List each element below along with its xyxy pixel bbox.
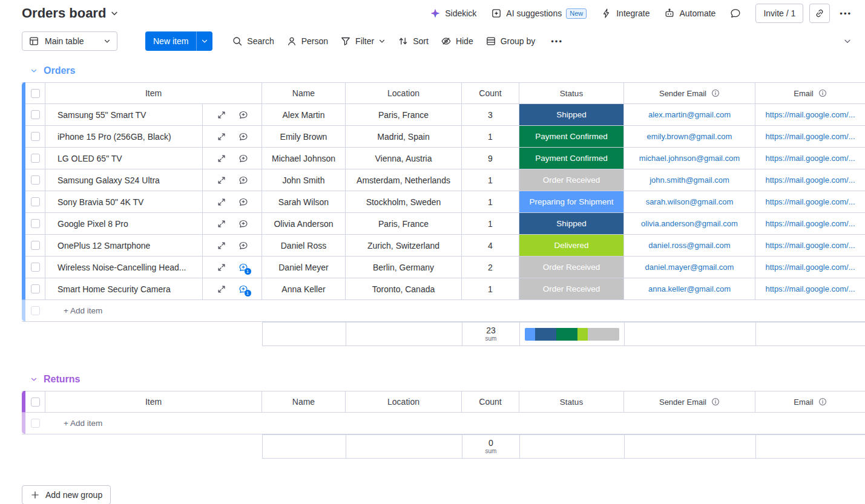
column-header-item[interactable]: Item bbox=[45, 83, 262, 103]
status-cell[interactable]: Shipped bbox=[519, 104, 624, 125]
status-cell[interactable]: Preparing for Shipment bbox=[519, 191, 624, 212]
column-header-location[interactable]: Location bbox=[346, 83, 462, 103]
hide-button[interactable]: Hide bbox=[435, 31, 479, 51]
open-item-icon[interactable] bbox=[217, 284, 226, 294]
column-header-sender-email[interactable]: Sender Email bbox=[624, 83, 755, 103]
name-cell[interactable]: Daniel Ross bbox=[262, 235, 346, 256]
location-cell[interactable]: Vienna, Austria bbox=[346, 148, 462, 169]
column-header-sender-email[interactable]: Sender Email bbox=[624, 391, 755, 412]
open-item-icon[interactable] bbox=[217, 197, 226, 207]
add-item-row[interactable]: + Add item bbox=[22, 413, 865, 434]
info-icon[interactable] bbox=[818, 89, 827, 97]
count-cell[interactable]: 3 bbox=[462, 104, 519, 125]
board-title-menu[interactable]: Orders board bbox=[22, 5, 119, 21]
item-cell[interactable]: Google Pixel 8 Pro bbox=[45, 213, 203, 234]
item-cell[interactable]: Wireless Noise-Cancelling Head... bbox=[45, 257, 203, 278]
sort-button[interactable]: Sort bbox=[392, 31, 435, 51]
info-icon[interactable] bbox=[711, 89, 720, 97]
status-cell[interactable]: Order Received bbox=[519, 169, 624, 191]
updates-icon[interactable]: 1 bbox=[238, 284, 248, 294]
email-link-cell[interactable]: https://mail.google.com/... bbox=[755, 148, 865, 169]
count-cell[interactable]: 4 bbox=[462, 235, 519, 256]
count-cell[interactable]: 1 bbox=[462, 169, 519, 191]
add-update-icon[interactable] bbox=[238, 154, 248, 163]
count-cell[interactable]: 1 bbox=[462, 213, 519, 234]
count-cell[interactable]: 2 bbox=[462, 257, 519, 278]
new-item-button[interactable]: New item bbox=[145, 31, 212, 51]
automate-button[interactable]: Automate bbox=[664, 8, 715, 19]
person-filter-button[interactable]: Person bbox=[280, 31, 334, 51]
updates-icon[interactable]: 1 bbox=[238, 263, 248, 272]
name-cell[interactable]: Michael Johnson bbox=[262, 148, 346, 169]
open-item-icon[interactable] bbox=[217, 110, 226, 120]
open-item-icon[interactable] bbox=[217, 154, 226, 163]
name-cell[interactable]: Olivia Anderson bbox=[262, 213, 346, 234]
status-cell[interactable]: Payment Confirmed bbox=[519, 126, 624, 147]
info-icon[interactable] bbox=[711, 398, 720, 406]
count-cell[interactable]: 1 bbox=[462, 191, 519, 212]
sender-email-cell[interactable]: alex.martin@gmail.com bbox=[624, 104, 755, 125]
name-cell[interactable]: Daniel Meyer bbox=[262, 257, 346, 278]
collapse-group-icon[interactable] bbox=[30, 376, 38, 383]
column-header-email[interactable]: Email bbox=[755, 391, 865, 412]
column-header-email[interactable]: Email bbox=[755, 83, 865, 103]
copy-link-button[interactable] bbox=[809, 4, 830, 23]
discussion-button[interactable] bbox=[730, 8, 741, 19]
sender-email-cell[interactable]: emily.brown@gmail.com bbox=[624, 126, 755, 147]
name-cell[interactable]: Emily Brown bbox=[262, 126, 346, 147]
column-header-name[interactable]: Name bbox=[262, 83, 346, 103]
invite-button[interactable]: Invite / 1 bbox=[755, 4, 803, 23]
item-cell[interactable]: Samsung Galaxy S24 Ultra bbox=[45, 169, 203, 191]
location-cell[interactable]: Amsterdam, Netherlands bbox=[346, 169, 462, 191]
location-cell[interactable]: Paris, France bbox=[346, 213, 462, 234]
email-link-cell[interactable]: https://mail.google.com/... bbox=[755, 169, 865, 191]
sidekick-button[interactable]: Sidekick bbox=[430, 8, 476, 19]
toolbar-more-button[interactable]: ••• bbox=[541, 31, 573, 51]
add-update-icon[interactable] bbox=[238, 241, 248, 250]
add-item-row[interactable]: + Add item bbox=[22, 300, 865, 322]
open-item-icon[interactable] bbox=[217, 175, 226, 185]
search-button[interactable]: Search bbox=[226, 31, 280, 51]
group-by-button[interactable]: Group by bbox=[479, 31, 542, 51]
column-header-count[interactable]: Count bbox=[462, 391, 519, 412]
location-cell[interactable]: Zurich, Switzerland bbox=[346, 235, 462, 256]
location-cell[interactable]: Berlin, Germany bbox=[346, 257, 462, 278]
open-item-icon[interactable] bbox=[217, 219, 226, 229]
status-cell[interactable]: Order Received bbox=[519, 278, 624, 299]
email-link-cell[interactable]: https://mail.google.com/... bbox=[755, 235, 865, 256]
status-distribution-cell[interactable] bbox=[520, 435, 625, 458]
name-cell[interactable]: John Smith bbox=[262, 169, 346, 191]
sender-email-cell[interactable]: sarah.wilson@gmail.com bbox=[624, 191, 755, 212]
item-cell[interactable]: Sony Bravia 50" 4K TV bbox=[45, 191, 203, 212]
column-header-count[interactable]: Count bbox=[462, 83, 519, 103]
name-cell[interactable]: Anna Keller bbox=[262, 278, 346, 299]
email-link-cell[interactable]: https://mail.google.com/... bbox=[755, 213, 865, 234]
sender-email-cell[interactable]: michael.johnson@gmail.com bbox=[624, 148, 755, 169]
sender-email-cell[interactable]: daniel.ross@gmail.com bbox=[624, 235, 755, 256]
item-cell[interactable]: LG OLED 65" TV bbox=[45, 148, 203, 169]
email-link-cell[interactable]: https://mail.google.com/... bbox=[755, 278, 865, 299]
board-menu-button[interactable]: ••• bbox=[836, 7, 855, 21]
column-header-location[interactable]: Location bbox=[346, 391, 462, 412]
item-cell[interactable]: OnePlus 12 Smartphone bbox=[45, 235, 203, 256]
email-link-cell[interactable]: https://mail.google.com/... bbox=[755, 257, 865, 278]
location-cell[interactable]: Paris, France bbox=[346, 104, 462, 125]
column-header-name[interactable]: Name bbox=[262, 391, 346, 412]
status-cell[interactable]: Delivered bbox=[519, 235, 624, 256]
status-cell[interactable]: Shipped bbox=[519, 213, 624, 234]
add-update-icon[interactable] bbox=[238, 175, 248, 185]
add-update-icon[interactable] bbox=[238, 219, 248, 229]
add-update-icon[interactable] bbox=[238, 110, 248, 120]
new-item-dropdown[interactable] bbox=[196, 31, 212, 51]
status-cell[interactable]: Payment Confirmed bbox=[519, 148, 624, 169]
collapse-group-icon[interactable] bbox=[30, 67, 38, 74]
count-cell[interactable]: 9 bbox=[462, 148, 519, 169]
column-header-item[interactable]: Item bbox=[45, 391, 262, 412]
column-header-status[interactable]: Status bbox=[519, 391, 624, 412]
collapse-header-button[interactable] bbox=[838, 32, 857, 50]
item-cell[interactable]: Smart Home Security Camera bbox=[45, 278, 203, 299]
open-item-icon[interactable] bbox=[217, 132, 226, 142]
column-header-status[interactable]: Status bbox=[519, 83, 624, 103]
count-cell[interactable]: 1 bbox=[462, 278, 519, 299]
sender-email-cell[interactable]: olivia.anderson@gmail.com bbox=[624, 213, 755, 234]
